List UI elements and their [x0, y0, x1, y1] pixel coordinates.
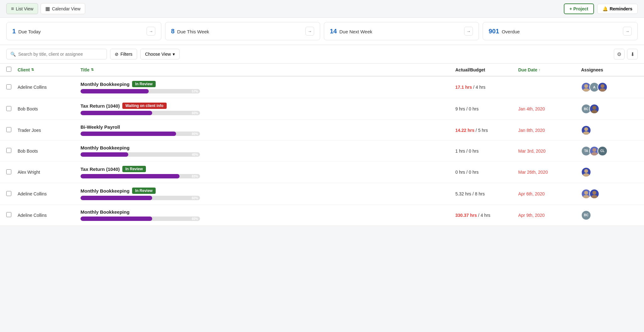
svg-point-5 [591, 110, 598, 114]
title-cell: Monthly Bookkeeping In Review 57% [80, 81, 455, 93]
title-cell: Monthly Bookkeeping In Review 60% [80, 188, 455, 200]
progress-bar: 83% [80, 174, 200, 178]
table-body: Adeline Collins Monthly Bookkeeping In R… [0, 76, 644, 226]
download-button[interactable]: ⬇ [627, 49, 638, 59]
row-checkbox[interactable] [6, 106, 11, 111]
status-badge: In Review [122, 166, 146, 172]
calendar-view-button[interactable]: ▦ Calendar View [41, 3, 85, 14]
summary-arrow-button[interactable]: → [623, 27, 632, 36]
svg-point-10 [584, 169, 588, 173]
chevron-down-icon: ▾ [173, 52, 175, 57]
summary-count: 901 [489, 28, 499, 35]
title-cell: Monthly Bookkeeping 40% [80, 145, 455, 157]
date-cell: Jan 4th, 2020 [518, 106, 581, 111]
progress-fill [80, 196, 152, 200]
row-checkbox[interactable] [6, 84, 11, 89]
search-input[interactable] [18, 52, 103, 57]
due-date: Jan 8th, 2020 [518, 128, 545, 133]
settings-button[interactable]: ⚙ [614, 49, 625, 59]
summary-count: 8 [171, 28, 175, 35]
choose-view-label: Choose View [145, 52, 171, 57]
summary-card-0[interactable]: 1 Due Today → [6, 22, 161, 40]
due-date-sort-icon[interactable]: ↑ [539, 68, 541, 72]
svg-point-2 [601, 84, 604, 88]
progress-bar: 60% [80, 217, 200, 221]
hours-cell: 330.37 hrs / 4 hrs [455, 213, 518, 218]
title-sort-icon[interactable]: ⇅ [91, 68, 94, 72]
choose-view-button[interactable]: Choose View ▾ [140, 49, 180, 59]
row-checkbox[interactable] [6, 148, 11, 153]
row-checkbox[interactable] [6, 212, 11, 217]
due-date: Mar 26th, 2020 [518, 170, 548, 175]
client-sort-icon[interactable]: ⇅ [31, 68, 34, 72]
avatar: CL [597, 146, 608, 156]
search-box[interactable]: 🔍 [6, 49, 107, 59]
hours-cell: 14.22 hrs / 5 hrs [455, 128, 518, 133]
bell-icon: 🔔 [602, 6, 608, 11]
avatar [589, 189, 599, 199]
table-row: Bob Boots Tax Return (1040) Waiting on c… [0, 98, 644, 120]
list-view-button[interactable]: ≡ List View [6, 3, 38, 14]
title-cell: Tax Return (1040) In Review 83% [80, 166, 455, 178]
row-checkbox[interactable] [6, 191, 11, 196]
top-bar: ≡ List View ▦ Calendar View + Project 🔔 … [0, 0, 644, 18]
summary-card-3[interactable]: 901 Overdue → [483, 22, 638, 40]
row-checkbox[interactable] [6, 169, 11, 174]
client-name: Bob Boots [18, 106, 80, 111]
hours-cell: 17.1 hrs / 4 hrs [455, 85, 518, 90]
due-date: Apr 6th, 2020 [518, 191, 545, 196]
client-name: Trader Joes [18, 128, 80, 133]
summary-card-2[interactable]: 14 Due Next Week → [324, 22, 479, 40]
hours-cell: 0 hrs / 0 hrs [455, 170, 518, 175]
reminders-button[interactable]: 🔔 Reminders [597, 4, 638, 14]
select-all-checkbox[interactable] [6, 67, 11, 72]
svg-point-15 [591, 195, 598, 199]
due-date: Jan 4th, 2020 [518, 106, 545, 111]
actual-budget-column-header: Actual/Budget [455, 67, 518, 72]
svg-point-3 [599, 88, 606, 93]
table-row: Alex Wright Tax Return (1040) In Review … [0, 161, 644, 183]
task-title: Monthly Bookkeeping [80, 145, 130, 150]
filters-button[interactable]: ⊘ Filters [110, 49, 137, 59]
summary-count: 1 [12, 28, 16, 35]
task-title: Bi-Weekly Payroll [80, 124, 120, 130]
svg-point-6 [584, 127, 588, 131]
list-view-label: List View [16, 6, 33, 11]
status-badge: Waiting on client info [122, 103, 167, 109]
hours-cell: 9 hrs / 0 hrs [455, 106, 518, 111]
progress-bar: 40% [80, 152, 200, 157]
summary-bar: 1 Due Today → 8 Due This Week → 14 Due N… [0, 18, 644, 45]
summary-card-1[interactable]: 8 Due This Week → [165, 22, 320, 40]
svg-point-0 [584, 84, 588, 88]
summary-label: Due This Week [177, 29, 209, 34]
progress-label: 60% [192, 111, 198, 115]
table-row: Bob Boots Monthly Bookkeeping 40% 1 hrs … [0, 141, 644, 161]
filter-icon: ⊘ [115, 52, 119, 57]
task-table: Client ⇅ Title ⇅ Actual/Budget Due Date … [0, 64, 644, 226]
assignees-cell [581, 189, 638, 199]
summary-arrow-button[interactable]: → [147, 27, 155, 36]
calendar-icon: ▦ [45, 6, 50, 12]
table-row: Adeline Collins Monthly Bookkeeping In R… [0, 183, 644, 205]
table-row: Adeline Collins Monthly Bookkeeping 60% … [0, 205, 644, 226]
add-project-button[interactable]: + Project [564, 3, 594, 14]
summary-arrow-button[interactable]: → [464, 27, 473, 36]
progress-fill [80, 174, 180, 178]
assignees-cell [581, 167, 638, 177]
filters-label: Filters [120, 52, 132, 57]
date-cell: Apr 9th, 2020 [518, 213, 581, 218]
date-cell: Mar 26th, 2020 [518, 170, 581, 175]
progress-bar: 57% [80, 89, 200, 93]
progress-label: 83% [192, 175, 198, 178]
client-name: Alex Wright [18, 170, 80, 175]
table-row: Adeline Collins Monthly Bookkeeping In R… [0, 76, 644, 98]
client-name: Adeline Collins [18, 85, 80, 90]
row-checkbox[interactable] [6, 127, 11, 132]
list-icon: ≡ [11, 6, 14, 12]
avatar [581, 125, 591, 135]
svg-point-1 [583, 88, 590, 93]
toolbar: 🔍 ⊘ Filters Choose View ▾ ⚙ ⬇ [0, 45, 644, 64]
assignees-cell: BC [581, 104, 638, 114]
summary-arrow-button[interactable]: → [305, 27, 314, 36]
avatar: BC [581, 210, 591, 220]
